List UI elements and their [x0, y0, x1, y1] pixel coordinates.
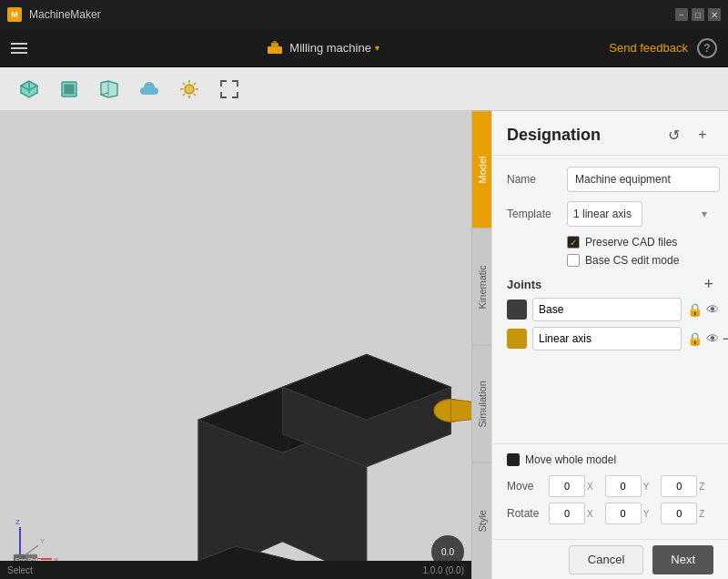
move-z-input[interactable] [661, 475, 697, 497]
header-left [11, 43, 36, 54]
tab-style[interactable]: Style [472, 462, 491, 580]
joint-base-color [507, 300, 527, 320]
expand-icon [218, 78, 240, 100]
cloud-button[interactable] [135, 75, 164, 104]
tab-model[interactable]: Model [472, 111, 491, 229]
dropdown-arrow-icon: ▾ [375, 43, 379, 53]
help-button[interactable]: ? [697, 38, 717, 58]
svg-rect-4 [65, 85, 74, 94]
joint-base-eye-icon[interactable]: 👁 [706, 302, 719, 317]
refresh-button[interactable]: ↺ [662, 124, 684, 146]
move-y-group: Y [605, 475, 658, 497]
cancel-button[interactable]: Cancel [569, 545, 643, 574]
svg-line-13 [194, 83, 196, 85]
joint-linear-eye-icon[interactable]: 👁 [706, 331, 719, 346]
panel-add-button[interactable]: + [692, 124, 713, 146]
move-x-input[interactable] [549, 475, 585, 497]
machine-3d-view [0, 111, 471, 579]
viewport-3d[interactable]: Z X Y Front Right 0.0 Select 1.0.0 (0.0) [0, 111, 471, 579]
statusbar: Select 1.0.0 (0.0) [0, 561, 471, 579]
machine-selector[interactable]: Milling machine ▾ [289, 41, 379, 55]
move-label: Move [507, 480, 545, 493]
move-whole-model-icon [507, 453, 520, 466]
header: Milling machine ▾ Send feedback ? [0, 29, 728, 67]
send-feedback-button[interactable]: Send feedback [609, 41, 688, 55]
view-side-button[interactable] [95, 75, 124, 104]
joint-base-actions: 🔒 👁 [687, 302, 719, 317]
cube-front-icon [58, 78, 80, 100]
move-y-label: Y [643, 482, 652, 492]
svg-text:Y: Y [40, 537, 46, 545]
move-z-group: Z [661, 475, 713, 497]
view-front-button[interactable] [55, 75, 84, 104]
joint-linear-item: 🔒 👁 − [507, 327, 713, 350]
main-content: Z X Y Front Right 0.0 Select 1.0.0 (0.0)… [0, 111, 728, 579]
joint-linear-actions: 🔒 👁 − [687, 330, 728, 349]
svg-point-5 [185, 85, 194, 94]
joint-base-input[interactable] [532, 298, 682, 321]
rotate-transform-row: Rotate X Y Z [507, 503, 713, 524]
right-panel: Designation ↺ + Name Template 1 linear a… [491, 111, 728, 579]
expand-button[interactable] [215, 75, 244, 104]
rotate-x-input[interactable] [549, 503, 585, 524]
checkboxes-group: Preserve CAD files Base CS edit mode [567, 236, 713, 267]
svg-line-11 [194, 94, 196, 96]
template-select[interactable]: 1 linear axis 2 linear axes 3 linear axe… [567, 201, 642, 227]
panel-content: Name Template 1 linear axis 2 linear axe… [492, 156, 728, 443]
joint-base-lock-icon[interactable]: 🔒 [687, 302, 703, 317]
close-button[interactable]: ✕ [708, 8, 721, 21]
move-y-input[interactable] [605, 475, 642, 497]
statusbar-left: Select [7, 565, 33, 575]
joints-add-button[interactable]: + [703, 276, 713, 292]
panel-header-actions: ↺ + [662, 124, 713, 146]
rotate-x-group: X [549, 503, 602, 524]
maximize-button[interactable]: □ [692, 8, 704, 21]
toolbar [0, 67, 728, 111]
svg-line-12 [183, 94, 185, 96]
statusbar-right: 1.0.0 (0.0) [422, 565, 464, 575]
titlebar-left: M MachineMaker [7, 7, 101, 22]
cube-iso-icon [18, 78, 40, 100]
base-cs-row: Base CS edit mode [567, 254, 713, 267]
joint-linear-remove-icon[interactable]: − [723, 330, 728, 349]
joint-linear-input[interactable] [532, 327, 682, 350]
next-button[interactable]: Next [652, 545, 713, 574]
joints-section-header: Joints + [507, 276, 713, 292]
rotate-label: Rotate [507, 507, 545, 520]
titlebar: M MachineMaker − □ ✕ [0, 0, 728, 29]
view-iso-button[interactable] [15, 75, 44, 104]
machine-icon [266, 39, 284, 57]
move-whole-model-row: Move whole model [507, 453, 713, 466]
tab-kinematic[interactable]: Kinematic [472, 229, 491, 346]
window-controls[interactable]: − □ ✕ [675, 8, 721, 21]
axes-icon: Z X Y Front Right [11, 513, 66, 568]
panel-header: Designation ↺ + [492, 111, 728, 156]
template-label: Template [507, 208, 560, 220]
move-z-label: Z [699, 482, 708, 492]
name-field-row: Name [507, 167, 713, 192]
app-icon: M [7, 7, 22, 22]
joint-linear-lock-icon[interactable]: 🔒 [687, 331, 703, 346]
preserve-cad-label: Preserve CAD files [585, 236, 677, 249]
cloud-icon [138, 78, 160, 100]
name-input[interactable] [567, 167, 720, 192]
camera-value: 0.0 [441, 547, 454, 557]
name-label: Name [507, 173, 560, 186]
move-whole-model-label: Move whole model [525, 453, 616, 466]
vertical-tabs: Model Kinematic Simulation Style [471, 111, 491, 579]
rotate-y-label: Y [643, 509, 652, 519]
minimize-button[interactable]: − [675, 8, 688, 21]
cube-back-icon [98, 78, 120, 100]
footer: Cancel Next [492, 539, 728, 579]
rotate-z-input[interactable] [661, 503, 697, 524]
rotate-z-label: Z [699, 509, 708, 519]
rotate-y-input[interactable] [605, 503, 642, 524]
move-x-label: X [587, 482, 596, 492]
svg-text:Z: Z [15, 518, 20, 526]
sun-button[interactable] [175, 75, 204, 104]
preserve-cad-checkbox[interactable] [567, 236, 580, 249]
tab-simulation[interactable]: Simulation [472, 345, 491, 462]
base-cs-checkbox[interactable] [567, 254, 580, 267]
menu-button[interactable] [11, 43, 27, 54]
joint-base-item: 🔒 👁 [507, 298, 713, 321]
